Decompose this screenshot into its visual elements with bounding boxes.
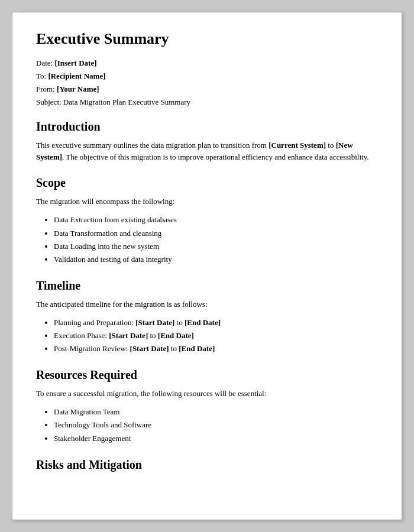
timeline-list: Planning and Preparation: [Start Date] t… [54,316,378,355]
list-item: Data Transformation and cleansing [54,227,378,240]
meta-from: From: [Your Name] [36,85,378,94]
execution-end: [End Date] [158,331,194,340]
from-label: From: [36,85,55,93]
resources-list: Data Migration Team Technology Tools and… [54,406,378,445]
subject-value: Data Migration Plan Executive Summary [63,98,190,106]
section-heading-timeline: Timeline [36,279,378,293]
section-heading-resources: Resources Required [36,368,378,382]
date-value: [Insert Date] [54,59,96,67]
resources-intro: To ensure a successful migration, the fo… [36,388,378,400]
planning-end: [End Date] [185,318,221,327]
list-item: Data Extraction from existing databases [54,213,378,226]
planning-start: [Start Date] [135,318,174,327]
list-item: Data Migration Team [54,406,378,419]
document-title: Executive Summary [36,30,378,48]
from-value: [Your Name] [57,85,99,93]
list-item: Post-Migration Review: [Start Date] to [… [54,342,378,355]
timeline-intro: The anticipated timeline for the migrati… [36,299,378,310]
list-item: Planning and Preparation: [Start Date] t… [54,316,378,329]
list-item: Execution Phase: [Start Date] to [End Da… [54,329,378,342]
section-heading-scope: Scope [36,176,378,190]
execution-start: [Start Date] [109,331,148,340]
introduction-paragraph: This executive summary outlines the data… [36,140,378,163]
date-label: Date: [36,59,53,67]
list-item: Technology Tools and Software [54,419,378,432]
list-item: Stakeholder Engagement [54,432,378,445]
current-system-ref: [Current System] [269,141,326,150]
section-heading-introduction: Introduction [36,120,378,134]
list-item: Validation and testing of data integrity [54,253,378,266]
meta-date: Date: [Insert Date] [36,59,378,68]
meta-subject: Subject: Data Migration Plan Executive S… [36,98,378,107]
list-item: Data Loading into the new system [54,240,378,253]
review-start: [Start Date] [130,344,169,353]
to-value: [Recipient Name] [48,72,105,80]
subject-label: Subject: [36,98,62,106]
review-end: [End Date] [179,344,215,353]
to-label: To: [36,72,46,80]
document-page: Executive Summary Date: [Insert Date] To… [12,12,402,520]
scope-intro: The migration will encompass the followi… [36,196,378,207]
scope-list: Data Extraction from existing databases … [54,213,378,265]
section-heading-risks: Risks and Mitigation [36,458,378,472]
meta-to: To: [Recipient Name] [36,72,378,81]
